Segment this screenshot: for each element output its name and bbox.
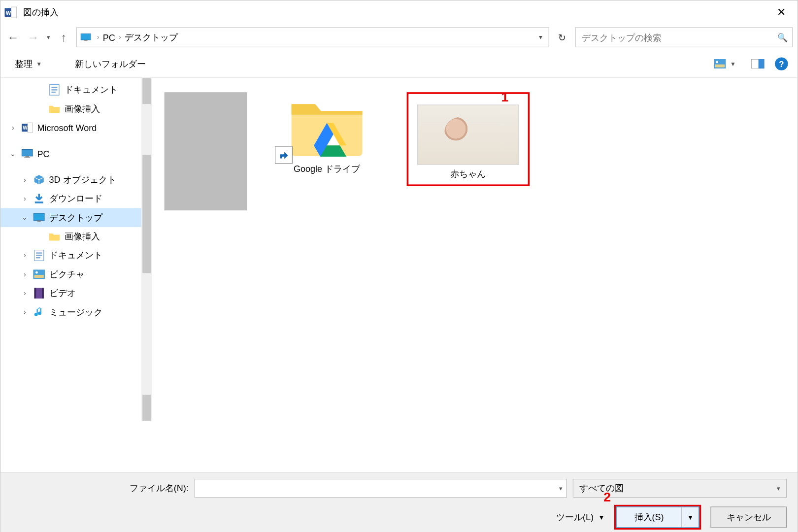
pc-icon <box>21 147 33 160</box>
callout-2: 2 <box>603 490 611 505</box>
address-dropdown[interactable]: ▾ <box>537 33 545 41</box>
filename-label: ファイル名(N): <box>11 483 189 494</box>
chevron-right-icon[interactable]: › <box>21 251 29 260</box>
tree-item-label: Microsoft Word <box>37 123 97 133</box>
scroll-down-arrow[interactable] <box>142 395 151 421</box>
up-button[interactable]: ↑ <box>56 30 71 45</box>
word-icon: W <box>21 121 33 134</box>
music-icon <box>33 305 45 318</box>
svg-rect-11 <box>51 87 57 88</box>
tree-item-label: デスクトップ <box>49 212 102 223</box>
tree-item[interactable]: ›ドキュメント <box>0 80 141 99</box>
help-button[interactable]: ? <box>775 57 788 70</box>
tools-menu[interactable]: ツール(L) ▼ <box>556 512 605 523</box>
folder-label: Google ドライブ <box>271 164 383 175</box>
svg-rect-22 <box>35 201 43 203</box>
chevron-right-icon: › <box>94 33 103 41</box>
scroll-up-arrow[interactable] <box>142 78 151 104</box>
tree-item[interactable]: ›ビデオ <box>0 284 141 302</box>
search-box[interactable]: 🔍 <box>575 27 793 47</box>
new-folder-button[interactable]: 新しいフォルダー <box>70 56 151 71</box>
chevron-down-icon: ▼ <box>730 61 736 67</box>
thumbnails-icon <box>714 57 727 70</box>
svg-point-31 <box>35 271 38 274</box>
tree-item[interactable]: ›画像挿入 <box>0 100 141 118</box>
folder-icon <box>286 92 368 160</box>
tree-item-label: 画像挿入 <box>65 231 100 242</box>
preview-pane-button[interactable] <box>751 57 764 70</box>
svg-rect-12 <box>51 89 57 90</box>
folder-icon <box>48 230 61 243</box>
insert-split-dropdown[interactable]: ▼ <box>682 507 699 528</box>
search-input[interactable] <box>580 32 777 43</box>
back-button[interactable]: ← <box>5 30 21 45</box>
address-bar[interactable]: › PC › デスクトップ ▾ <box>76 27 549 47</box>
tree-item[interactable]: ›ミュージック <box>0 302 141 321</box>
folder-item-google-drive[interactable]: Google ドライブ <box>271 92 383 175</box>
file-content-area[interactable]: Google ドライブ 赤ちゃん 1 <box>153 78 798 421</box>
doc-icon <box>33 249 45 262</box>
breadcrumb-segment[interactable]: PC <box>103 32 115 42</box>
chevron-right-icon[interactable]: › <box>21 308 29 316</box>
tree-item-label: 3D オブジェクト <box>49 174 116 185</box>
svg-rect-3 <box>81 33 91 40</box>
search-icon: 🔍 <box>777 33 787 42</box>
tree-item[interactable]: ›3D オブジェクト <box>0 170 141 189</box>
doc-icon <box>48 83 61 96</box>
tree-item[interactable]: ›ドキュメント <box>0 246 141 265</box>
insert-button[interactable]: 挿入(S) ▼ <box>616 506 699 528</box>
tree-item[interactable]: ⌄PC <box>0 144 141 163</box>
svg-rect-28 <box>36 257 40 258</box>
tree-item[interactable]: ›画像挿入 <box>0 227 141 246</box>
3d-icon <box>33 173 45 186</box>
breadcrumb-segment[interactable]: デスクトップ <box>125 32 178 43</box>
new-folder-label: 新しいフォルダー <box>75 58 146 69</box>
shortcut-overlay-icon <box>275 146 293 164</box>
chevron-down-icon: ▼ <box>687 514 694 521</box>
close-button[interactable]: ✕ <box>768 2 794 23</box>
tree-item-label: ダウンロード <box>49 193 102 204</box>
insert-label: 挿入(S) <box>634 512 664 523</box>
view-mode-button[interactable]: ▼ <box>709 55 741 73</box>
refresh-button[interactable]: ↻ <box>554 29 570 46</box>
svg-rect-19 <box>24 157 30 158</box>
chevron-right-icon: › <box>115 33 125 41</box>
svg-rect-18 <box>26 156 29 157</box>
organize-label: 整理 <box>15 58 33 69</box>
cancel-button[interactable]: キャンセル <box>710 506 787 528</box>
chevron-right-icon[interactable]: › <box>21 175 29 184</box>
navigation-row: ← → ▾ ↑ › PC › デスクトップ ▾ ↻ 🔍 <box>0 24 798 50</box>
organize-menu[interactable]: 整理 ▼ <box>10 56 46 71</box>
tree-item[interactable]: ›WMicrosoft Word <box>0 118 141 137</box>
tree-item[interactable]: ›ピクチャ <box>0 265 141 284</box>
vertical-scrollbar[interactable] <box>141 78 152 421</box>
chevron-right-icon[interactable]: › <box>9 124 17 132</box>
callout-1: 1 <box>501 90 509 105</box>
svg-rect-27 <box>36 255 42 256</box>
svg-rect-23 <box>33 213 44 220</box>
scroll-thumb[interactable] <box>142 155 151 273</box>
tree-item-label: 画像挿入 <box>65 103 100 114</box>
desktop-icon <box>33 211 45 224</box>
word-app-icon: W <box>4 6 17 19</box>
file-item-baby[interactable]: 赤ちゃん <box>407 92 530 186</box>
tree-item-label: PC <box>37 149 50 159</box>
filename-input[interactable]: ▾ <box>195 479 567 498</box>
chevron-down-icon: ▾ <box>777 484 780 492</box>
placeholder-thumbnail[interactable] <box>165 92 247 210</box>
chevron-right-icon[interactable]: › <box>21 270 29 278</box>
chevron-right-icon[interactable]: › <box>21 289 29 298</box>
tree-item-label: ミュージック <box>49 306 102 318</box>
chevron-down-icon[interactable]: ⌄ <box>21 213 29 222</box>
history-dropdown[interactable]: ▾ <box>45 33 51 41</box>
video-icon <box>33 287 45 299</box>
forward-button[interactable]: → <box>26 30 41 45</box>
tree-item-label: ドキュメント <box>65 84 118 96</box>
chevron-down-icon[interactable]: ⌄ <box>9 150 17 158</box>
tree-item[interactable]: ⌄デスクトップ <box>0 208 141 227</box>
svg-rect-24 <box>37 221 41 222</box>
tree-item-label: ドキュメント <box>49 250 102 261</box>
chevron-right-icon[interactable]: › <box>21 195 29 203</box>
svg-rect-30 <box>34 275 44 278</box>
tree-item[interactable]: ›ダウンロード <box>0 189 141 208</box>
